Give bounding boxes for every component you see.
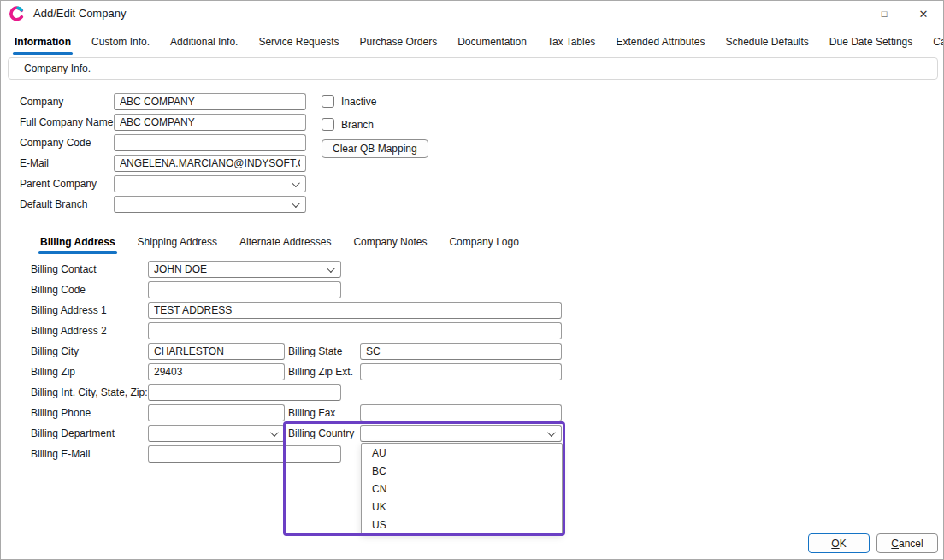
billing-city-label: Billing City — [31, 345, 79, 357]
branch-checkbox[interactable]: Branch — [322, 118, 374, 131]
tab-tax-tables[interactable]: Tax Tables — [546, 32, 597, 56]
inactive-label: Inactive — [341, 96, 376, 108]
ok-button-label: O — [831, 538, 839, 550]
minimize-button[interactable]: — — [825, 1, 864, 27]
billing-zip-input[interactable] — [148, 363, 285, 380]
country-option-cn[interactable]: CN — [362, 480, 562, 498]
tab-alternate-addresses[interactable]: Alternate Addresses — [238, 233, 333, 256]
tab-documentation[interactable]: Documentation — [456, 32, 528, 56]
tab-custom-info[interactable]: Custom Info. — [90, 32, 151, 56]
ok-button[interactable]: OK — [808, 533, 870, 553]
window-title: Add/Edit Company — [33, 7, 126, 20]
group-header-title: Company Info. — [24, 62, 91, 74]
titlebar: Add/Edit Company — □ ✕ — [1, 1, 943, 27]
billing-contact-value: JOHN DOE — [154, 263, 207, 275]
company-code-label: Company Code — [20, 137, 91, 149]
address-tabstrip: Billing Address Shipping Address Alterna… — [38, 233, 521, 256]
parent-company-label: Parent Company — [20, 178, 97, 190]
company-input[interactable] — [114, 93, 306, 110]
billing-country-select[interactable] — [360, 425, 562, 442]
tab-information[interactable]: Information — [13, 32, 73, 56]
billing-department-select[interactable] — [148, 425, 285, 442]
billing-phone-label: Billing Phone — [31, 407, 91, 419]
tab-company-notes[interactable]: Company Notes — [351, 233, 428, 256]
billing-zip-ext-input[interactable] — [360, 363, 562, 380]
billing-fax-input[interactable] — [360, 404, 562, 421]
email-input[interactable] — [114, 155, 306, 172]
billing-phone-input[interactable] — [148, 404, 285, 421]
tab-additional-info[interactable]: Additional Info. — [168, 32, 239, 56]
billing-address1-input[interactable] — [148, 302, 562, 319]
tab-due-date-settings[interactable]: Due Date Settings — [828, 32, 914, 56]
parent-company-select[interactable] — [114, 175, 306, 192]
chevron-down-icon — [327, 264, 335, 273]
maximize-button[interactable]: □ — [864, 1, 904, 27]
cancel-button-label: C — [891, 538, 899, 550]
billing-zip-ext-label: Billing Zip Ext. — [288, 366, 353, 378]
tab-capabilities[interactable]: Capabilities — [931, 32, 944, 56]
checkbox-unchecked-icon — [322, 118, 334, 131]
app-logo-icon — [9, 6, 25, 21]
company-code-input[interactable] — [114, 134, 306, 151]
billing-state-input[interactable] — [360, 343, 562, 360]
country-option-au[interactable]: AU — [362, 445, 562, 463]
main-tabstrip: Information Custom Info. Additional Info… — [8, 32, 943, 56]
email-label: E-Mail — [20, 157, 49, 169]
billing-email-input[interactable] — [148, 445, 341, 463]
ok-button-label-rest: K — [840, 538, 847, 550]
billing-code-input[interactable] — [148, 281, 341, 298]
billing-address1-label: Billing Address 1 — [31, 304, 107, 316]
tab-extended-attributes[interactable]: Extended Attributes — [614, 32, 706, 56]
billing-city-input[interactable] — [148, 343, 285, 360]
full-company-name-label: Full Company Name — [20, 116, 113, 128]
country-option-bc[interactable]: BC — [362, 463, 562, 480]
tab-purchase-orders[interactable]: Purchase Orders — [357, 32, 439, 56]
billing-email-label: Billing E-Mail — [31, 448, 90, 460]
add-edit-company-dialog: Add/Edit Company — □ ✕ Information Custo… — [0, 0, 944, 560]
billing-fax-label: Billing Fax — [288, 407, 335, 419]
billing-country-options-list: AU BC CN UK US — [361, 443, 563, 534]
close-button[interactable]: ✕ — [904, 1, 943, 27]
tab-billing-address[interactable]: Billing Address — [38, 233, 117, 256]
billing-country-label: Billing Country — [288, 427, 354, 439]
chevron-down-icon — [547, 428, 556, 437]
inactive-checkbox[interactable]: Inactive — [322, 95, 376, 108]
cancel-button-label-rest: ancel — [899, 538, 923, 550]
clear-qb-mapping-button[interactable]: Clear QB Mapping — [322, 139, 428, 158]
billing-contact-select[interactable]: JOHN DOE — [148, 261, 341, 278]
chevron-down-icon — [292, 179, 300, 187]
billing-address2-input[interactable] — [148, 322, 562, 339]
chevron-down-icon — [292, 199, 300, 208]
billing-intl-label: Billing Int. City, State, Zip: — [31, 386, 148, 398]
billing-zip-label: Billing Zip — [31, 366, 75, 378]
tab-schedule-defaults[interactable]: Schedule Defaults — [723, 32, 810, 56]
country-option-us[interactable]: US — [362, 516, 562, 534]
billing-department-label: Billing Department — [31, 427, 115, 439]
chevron-down-icon — [270, 428, 279, 437]
tab-shipping-address[interactable]: Shipping Address — [136, 233, 219, 256]
billing-intl-input[interactable] — [148, 384, 341, 401]
window-controls: — □ ✕ — [825, 1, 943, 27]
checkbox-unchecked-icon — [322, 95, 334, 108]
billing-state-label: Billing State — [288, 345, 342, 357]
tab-company-logo[interactable]: Company Logo — [447, 233, 520, 256]
branch-label: Branch — [341, 119, 374, 131]
company-label: Company — [20, 96, 63, 108]
tab-service-requests[interactable]: Service Requests — [257, 32, 340, 56]
billing-address2-label: Billing Address 2 — [31, 325, 107, 337]
billing-code-label: Billing Code — [31, 284, 86, 296]
full-company-name-input[interactable] — [114, 114, 306, 131]
company-info-group-header: Company Info. — [8, 57, 938, 80]
default-branch-select[interactable] — [114, 196, 306, 213]
billing-contact-label: Billing Contact — [31, 263, 97, 275]
country-option-uk[interactable]: UK — [362, 498, 562, 516]
default-branch-label: Default Branch — [20, 198, 87, 210]
cancel-button[interactable]: Cancel — [876, 533, 938, 553]
